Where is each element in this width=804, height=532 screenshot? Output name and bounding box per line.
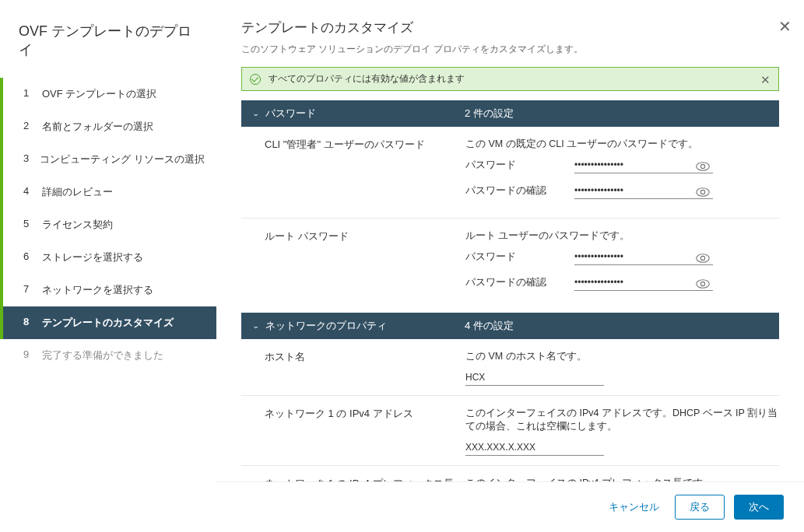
step-ovf-template[interactable]: 1 OVF テンプレートの選択 — [0, 78, 216, 110]
row-label: ホスト名 — [265, 350, 465, 386]
hostname-input[interactable] — [465, 369, 604, 386]
validation-banner: すべてのプロパティには有効な値が含まれます ✕ — [241, 67, 779, 91]
svg-point-3 — [700, 190, 704, 194]
svg-point-4 — [697, 254, 710, 262]
page-description: このソフトウェア ソリューションのデプロイ プロパティをカスタマイズします。 — [241, 43, 779, 56]
banner-close-icon[interactable]: ✕ — [760, 73, 771, 85]
row-body: ルート ユーザーのパスワードです。 パスワード パスワードの確認 — [465, 229, 779, 300]
step-num: 8 — [23, 316, 31, 330]
wizard-title: OVF テンプレートのデプロイ — [0, 16, 216, 78]
field-label-confirm: パスワードの確認 — [465, 276, 574, 289]
step-num: 1 — [23, 87, 31, 101]
step-label: 詳細のレビュー — [42, 185, 113, 199]
row-hostname: ホスト名 この VM のホスト名です。 — [241, 339, 779, 396]
eye-icon[interactable] — [696, 277, 710, 289]
dialog: ✕ OVF テンプレートのデプロイ 1 OVF テンプレートの選択 2 名前とフ… — [0, 0, 804, 532]
next-button[interactable]: 次へ — [734, 495, 784, 520]
step-label: 名前とフォルダーの選択 — [42, 120, 153, 134]
back-button[interactable]: 戻る — [675, 495, 725, 520]
step-storage[interactable]: 6 ストレージを選択する — [0, 241, 216, 274]
cli-admin-password-input[interactable] — [574, 157, 713, 173]
section-count: 2 件の設定 — [465, 107, 514, 121]
step-license[interactable]: 5 ライセンス契約 — [0, 208, 216, 241]
row-cli-admin-password: CLI "管理者" ユーザーのパスワード この VM の既定の CLI ユーザー… — [241, 127, 779, 219]
svg-point-2 — [697, 187, 710, 196]
step-review-details[interactable]: 4 詳細のレビュー — [0, 176, 216, 208]
row-ipv4-prefix: ネットワーク 1 の IPv4 プレフィックス長 このインターフェイスの IPv… — [241, 466, 779, 481]
section-title: パスワード — [265, 107, 465, 121]
field-label-password: パスワード — [465, 159, 574, 172]
content-scroll[interactable]: テンプレートのカスタマイズ このソフトウェア ソリューションのデプロイ プロパテ… — [216, 0, 804, 481]
check-circle-icon — [250, 74, 261, 85]
banner-text: すべてのプロパティには有効な値が含まれます — [269, 72, 465, 86]
eye-icon[interactable] — [696, 251, 710, 263]
step-customize-template[interactable]: 8 テンプレートのカスタマイズ — [0, 306, 216, 339]
chevron-down-icon: ⌄ — [252, 110, 259, 117]
step-num: 7 — [23, 283, 31, 297]
step-compute-resource[interactable]: 3 コンピューティング リソースの選択 — [0, 143, 216, 176]
step-list: 1 OVF テンプレートの選択 2 名前とフォルダーの選択 3 コンピューティン… — [0, 78, 216, 372]
footer: キャンセル 戻る 次へ — [216, 481, 804, 532]
ipv4-address-input[interactable] — [465, 439, 604, 456]
row-desc: このインターフェイスの IPv4 アドレスです。DHCP ベース IP 割り当て… — [465, 407, 779, 433]
step-ready-complete[interactable]: 9 完了する準備ができました — [0, 339, 216, 372]
root-password-confirm-input[interactable] — [574, 275, 713, 291]
row-body: この VM の既定の CLI ユーザーのパスワードです。 パスワード パスワード… — [465, 138, 779, 208]
svg-point-5 — [700, 256, 704, 260]
step-num: 4 — [23, 185, 31, 199]
step-label: OVF テンプレートの選択 — [42, 87, 156, 101]
chevron-down-icon: ⌄ — [252, 322, 259, 330]
row-label: CLI "管理者" ユーザーのパスワード — [265, 138, 465, 208]
step-label: ストレージを選択する — [42, 250, 143, 264]
row-label: ネットワーク 1 の IPv4 アドレス — [265, 407, 465, 456]
svg-point-6 — [697, 279, 710, 288]
row-body: このインターフェイスの IPv4 アドレスです。DHCP ベース IP 割り当て… — [465, 407, 779, 456]
svg-point-1 — [700, 164, 704, 168]
step-num: 6 — [23, 250, 31, 264]
section-header-network[interactable]: ⌄ ネットワークのプロパティ 4 件の設定 — [241, 313, 779, 339]
step-label: ライセンス契約 — [42, 218, 113, 232]
svg-point-0 — [697, 162, 710, 170]
step-num: 9 — [23, 348, 31, 362]
wizard-steps: OVF テンプレートのデプロイ 1 OVF テンプレートの選択 2 名前とフォル… — [0, 0, 216, 532]
step-label: コンピューティング リソースの選択 — [40, 152, 205, 166]
step-num: 2 — [23, 120, 31, 134]
section-title: ネットワークのプロパティ — [265, 319, 465, 333]
content: テンプレートのカスタマイズ このソフトウェア ソリューションのデプロイ プロパテ… — [216, 0, 804, 532]
eye-icon[interactable] — [696, 185, 710, 197]
field-label-confirm: パスワードの確認 — [465, 184, 574, 198]
root-password-input[interactable] — [574, 249, 713, 265]
step-label: 完了する準備ができました — [42, 348, 163, 362]
step-name-folder[interactable]: 2 名前とフォルダーの選択 — [0, 110, 216, 143]
section-network: ⌄ ネットワークのプロパティ 4 件の設定 ホスト名 この VM のホスト名です… — [241, 313, 779, 481]
page-title: テンプレートのカスタマイズ — [241, 19, 779, 37]
step-label: ネットワークを選択する — [42, 283, 153, 297]
svg-point-7 — [700, 282, 704, 285]
row-desc: ルート ユーザーのパスワードです。 — [465, 229, 779, 243]
eye-icon[interactable] — [696, 159, 710, 171]
field-label-password: パスワード — [465, 250, 574, 264]
step-num: 5 — [23, 218, 31, 232]
cli-admin-password-confirm-input[interactable] — [574, 183, 713, 199]
section-count: 4 件の設定 — [465, 319, 514, 333]
row-desc: この VM のホスト名です。 — [465, 350, 779, 363]
section-passwords: ⌄ パスワード 2 件の設定 CLI "管理者" ユーザーのパスワード この V… — [241, 100, 779, 310]
row-ipv4-address: ネットワーク 1 の IPv4 アドレス このインターフェイスの IPv4 アド… — [241, 396, 779, 466]
step-network-select[interactable]: 7 ネットワークを選択する — [0, 274, 216, 306]
step-label: テンプレートのカスタマイズ — [42, 316, 174, 330]
section-header-passwords[interactable]: ⌄ パスワード 2 件の設定 — [241, 100, 779, 127]
row-body: この VM のホスト名です。 — [465, 350, 779, 386]
row-root-password: ルート パスワード ルート ユーザーのパスワードです。 パスワード — [241, 219, 779, 310]
cancel-button[interactable]: キャンセル — [602, 495, 665, 519]
row-desc: この VM の既定の CLI ユーザーのパスワードです。 — [465, 138, 779, 151]
row-label: ルート パスワード — [265, 229, 465, 300]
step-num: 3 — [23, 152, 29, 166]
